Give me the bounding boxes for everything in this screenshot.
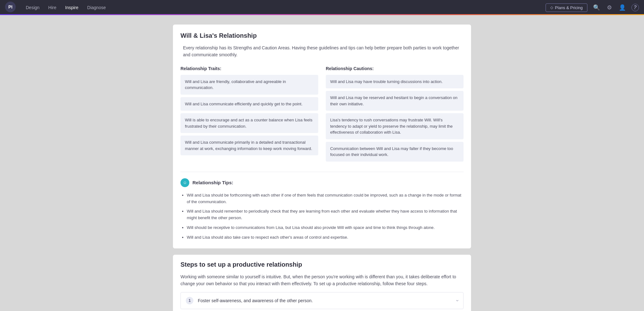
chevron-down-icon: ›	[454, 300, 460, 302]
steps-intro: Working with someone similar to yourself…	[180, 273, 464, 287]
settings-icon[interactable]: ⚙	[606, 3, 613, 12]
nav-links: Design Hire Inspire Diagnose	[22, 3, 546, 12]
navbar-gradient-bar	[0, 14, 644, 15]
steps-body: Working with someone similar to yourself…	[173, 273, 471, 311]
relationship-intro: Every relationship has its Strengths and…	[180, 44, 464, 58]
search-icon[interactable]: 🔍	[592, 3, 601, 12]
steps-title: Steps to set up a productive relationshi…	[173, 255, 471, 273]
traits-cautions-grid: Relationship Traits: Will and Lisa are f…	[180, 66, 464, 162]
navbar: PI Design Hire Inspire Diagnose ◇ Plans …	[0, 0, 644, 15]
trait-item: Will and Lisa communicate efficiently an…	[180, 97, 318, 111]
nav-link-diagnose[interactable]: Diagnose	[83, 3, 109, 12]
help-icon[interactable]: ?	[631, 4, 639, 11]
caution-item: Will and Lisa may be reserved and hesita…	[326, 91, 464, 111]
relationship-body: Every relationship has its Strengths and…	[173, 44, 471, 248]
tips-title: Relationship Tips:	[192, 180, 233, 185]
traits-column: Relationship Traits: Will and Lisa are f…	[180, 66, 318, 162]
tips-icon: ☺	[180, 178, 189, 187]
tip-item: Will and Lisa should also take care to r…	[187, 234, 464, 241]
tips-section: ☺ Relationship Tips: Will and Lisa shoul…	[180, 172, 464, 241]
caution-item: Will and Lisa may have trouble turning d…	[326, 75, 464, 89]
tip-item: Will and Lisa should remember to periodi…	[187, 208, 464, 221]
step-row-1[interactable]: 1 Foster self-awareness, and awareness o…	[180, 292, 464, 309]
cautions-heading: Relationship Cautions:	[326, 66, 464, 71]
nav-link-design[interactable]: Design	[22, 3, 43, 12]
tips-list: Will and Lisa should be forthcoming with…	[180, 192, 464, 241]
step-label-1: Foster self-awareness, and awareness of …	[198, 298, 457, 303]
relationship-card: Will & Lisa's Relationship Every relatio…	[173, 25, 471, 248]
caution-item: Communication between Will and Lisa may …	[326, 142, 464, 162]
logo[interactable]: PI	[5, 2, 22, 14]
step-number-1: 1	[186, 297, 193, 304]
user-icon[interactable]: 👤	[618, 3, 627, 12]
page-content: Will & Lisa's Relationship Every relatio…	[168, 15, 476, 311]
caution-item: Lisa's tendency to rush conversations ma…	[326, 113, 464, 139]
tips-icon-symbol: ☺	[183, 180, 187, 185]
nav-right: ◇ Plans & Pricing 🔍 ⚙ 👤 ?	[546, 3, 639, 12]
plans-button-label: Plans & Pricing	[555, 5, 583, 10]
svg-text:PI: PI	[8, 4, 12, 9]
nav-link-hire[interactable]: Hire	[45, 3, 60, 12]
traits-heading: Relationship Traits:	[180, 66, 318, 71]
trait-item: Will and Lisa are friendly, collaborativ…	[180, 75, 318, 95]
steps-card: Steps to set up a productive relationshi…	[173, 255, 471, 311]
plans-pricing-button[interactable]: ◇ Plans & Pricing	[546, 3, 587, 12]
trait-item: Will is able to encourage and act as a c…	[180, 113, 318, 133]
cautions-column: Relationship Cautions: Will and Lisa may…	[326, 66, 464, 162]
trait-item: Will and Lisa communicate primarily in a…	[180, 136, 318, 155]
plans-icon: ◇	[550, 5, 553, 10]
tips-header: ☺ Relationship Tips:	[180, 178, 464, 187]
relationship-title: Will & Lisa's Relationship	[173, 25, 471, 44]
nav-link-inspire[interactable]: Inspire	[61, 3, 82, 12]
tip-item: Will should be receptive to communicatio…	[187, 225, 464, 231]
tip-item: Will and Lisa should be forthcoming with…	[187, 192, 464, 205]
